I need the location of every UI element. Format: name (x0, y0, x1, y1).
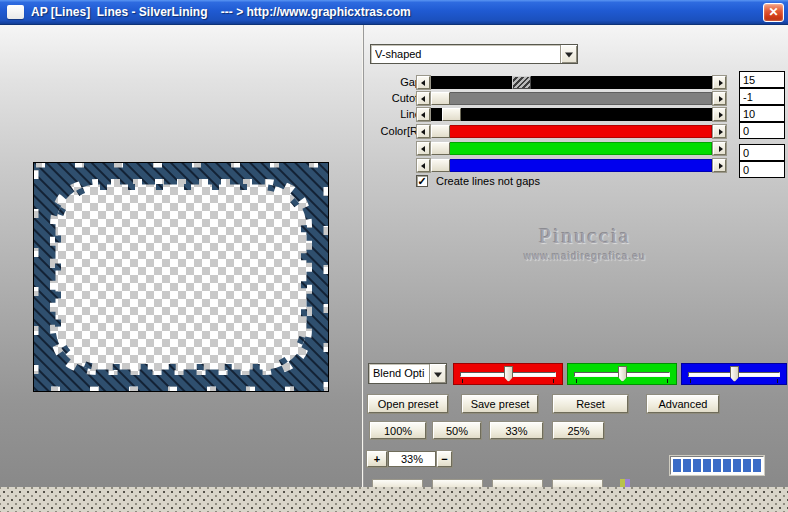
checkmark-icon: ✓ (417, 175, 426, 187)
tick-mark (667, 379, 668, 383)
gap-value-input[interactable] (739, 71, 785, 88)
progress-bar (670, 456, 764, 475)
color-g-slider-track[interactable] (431, 142, 712, 155)
preview-image[interactable] (33, 162, 329, 392)
line-decrement-arrow[interactable] (417, 108, 430, 121)
cutoff-value-input[interactable] (739, 88, 785, 105)
zoom-100-button[interactable]: 100% (370, 422, 426, 439)
shape-dropdown-value: V-shaped (375, 45, 559, 63)
app-icon (7, 5, 24, 19)
gap-slider-thumb[interactable] (512, 76, 531, 89)
arrow-left-icon (421, 96, 425, 102)
color-r-decrement-arrow[interactable] (417, 125, 430, 138)
cutoff-slider-thumb[interactable] (431, 92, 450, 105)
color-r-slider-row: Color[R]: (0, 125, 788, 138)
progress-segment (713, 459, 721, 472)
color-b-decrement-arrow[interactable] (417, 159, 430, 172)
blend-options-value: Blend Opti (373, 364, 428, 382)
blend-green-thumb[interactable] (618, 366, 627, 382)
progress-segment (683, 459, 691, 472)
shape-dropdown[interactable]: V-shaped (370, 44, 578, 64)
zoom-in-button[interactable]: + (367, 451, 387, 467)
progress-segment (723, 459, 731, 472)
close-button[interactable]: ✕ (763, 3, 784, 22)
line-label: Line: (338, 108, 424, 121)
open-preset-button[interactable]: Open preset (368, 395, 448, 413)
arrow-left-icon (421, 163, 425, 169)
progress-segment (693, 459, 701, 472)
color-g-decrement-arrow[interactable] (417, 142, 430, 155)
blend-blue-slider[interactable] (681, 363, 787, 385)
create-lines-checkbox[interactable]: ✓ (416, 175, 428, 187)
advanced-button[interactable]: Advanced (647, 395, 719, 413)
title-bar[interactable]: AP [Lines] Lines - SilverLining --- > ht… (0, 0, 788, 25)
background-button-edge (492, 479, 543, 487)
close-icon: ✕ (768, 5, 778, 19)
color-b-slider-thumb[interactable] (431, 159, 450, 172)
window-title: AP [Lines] Lines - SilverLining --- > ht… (31, 0, 411, 25)
watermark-site: www.maidiregrafica.eu (455, 251, 715, 262)
watermark: Pinuccia www.maidiregrafica.eu (455, 223, 715, 262)
color-r-label: Color[R]: (338, 125, 424, 138)
zoom-level-field[interactable]: 33% (388, 451, 436, 467)
line-slider-row: Line: (0, 108, 788, 121)
arrow-left-icon (421, 146, 425, 152)
save-preset-button[interactable]: Save preset (462, 395, 538, 413)
arrow-right-icon (719, 112, 723, 118)
color-g-slider-row (0, 142, 788, 155)
cutoff-increment-arrow[interactable] (713, 92, 726, 105)
color-b-slider-row (0, 159, 788, 172)
line-value-input[interactable] (739, 105, 785, 122)
tick-mark (553, 379, 554, 383)
arrow-right-icon (719, 146, 723, 152)
blend-blue-thumb[interactable] (730, 366, 739, 382)
blend-options-dropdown[interactable]: Blend Opti (368, 363, 447, 384)
background-icon-fragment (625, 479, 630, 487)
cutoff-slider-track[interactable] (431, 92, 712, 105)
preview-canvas (34, 163, 328, 391)
gap-slider-track[interactable] (431, 76, 712, 89)
zoom-33-button[interactable]: 33% (490, 422, 543, 439)
blend-options-button[interactable] (429, 364, 446, 383)
zoom-25-button[interactable]: 25% (553, 422, 604, 439)
cutoff-decrement-arrow[interactable] (417, 92, 430, 105)
color-g-slider-thumb[interactable] (431, 142, 450, 155)
line-increment-arrow[interactable] (713, 108, 726, 121)
background-button-edge (552, 479, 603, 487)
plugin-window: AP [Lines] Lines - SilverLining --- > ht… (0, 0, 788, 487)
shape-dropdown-button[interactable] (560, 45, 577, 63)
tick-mark (462, 379, 463, 383)
color-b-increment-arrow[interactable] (713, 159, 726, 172)
color-r-increment-arrow[interactable] (713, 125, 726, 138)
color-g-value-input[interactable] (739, 144, 785, 161)
background-button-edge (372, 479, 423, 487)
blend-red-slider[interactable] (453, 363, 563, 385)
gap-increment-arrow[interactable] (713, 76, 726, 89)
tick-mark (690, 379, 691, 383)
gap-label: Gap: (338, 76, 424, 89)
arrow-left-icon (421, 80, 425, 86)
gap-slider-row: Gap: (0, 76, 788, 89)
progress-segment (743, 459, 751, 472)
blend-red-thumb[interactable] (504, 366, 513, 382)
line-slider-thumb[interactable] (442, 108, 461, 121)
arrow-right-icon (719, 163, 723, 169)
zoom-50-button[interactable]: 50% (433, 422, 481, 439)
cutoff-slider-row: Cutoff: (0, 92, 788, 105)
blend-green-slider[interactable] (567, 363, 677, 385)
reset-button[interactable]: Reset (553, 395, 628, 413)
watermark-name: Pinuccia (455, 223, 715, 249)
color-g-increment-arrow[interactable] (713, 142, 726, 155)
color-r-slider-track[interactable] (431, 125, 712, 138)
chevron-down-icon (434, 372, 442, 377)
color-r-slider-thumb[interactable] (431, 125, 450, 138)
arrow-right-icon (719, 80, 723, 86)
color-b-slider-track[interactable] (431, 159, 712, 172)
progress-segment (753, 459, 761, 472)
gap-decrement-arrow[interactable] (417, 76, 430, 89)
color-r-value-input[interactable] (739, 122, 785, 139)
line-slider-track[interactable] (431, 108, 712, 121)
color-b-value-input[interactable] (739, 161, 785, 178)
arrow-right-icon (719, 129, 723, 135)
zoom-out-button[interactable]: − (437, 451, 452, 467)
